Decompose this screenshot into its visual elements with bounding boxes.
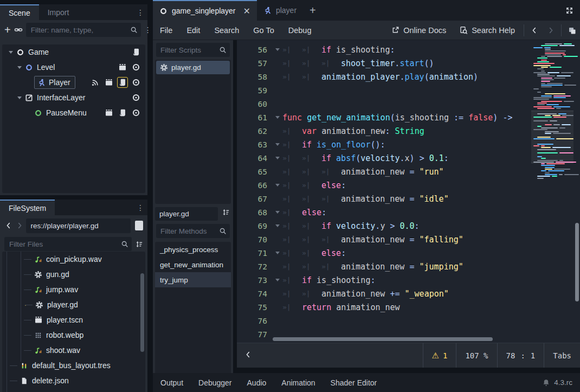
code-line-64[interactable]: 64 »|»|if absf(velocity.x) > 0.1: [237,151,580,165]
code-line-56[interactable]: 56 »|»|if is_shooting: [237,43,580,56]
file-row-coin_pickup.wav[interactable]: coin_pickup.wav [2,252,145,267]
scene-tab-game_singleplayer[interactable]: game_singleplayer✕ [153,0,257,21]
code-line-72[interactable]: 72 »|»|»|animation_new = "jumping" [237,260,580,273]
bottom-panel-output[interactable]: Output [160,373,191,392]
saved-scene-icon[interactable] [104,77,114,88]
attached-script-icon[interactable] [117,107,128,118]
visibility-toggle-eye-icon[interactable] [131,62,141,73]
code-area[interactable]: 56 »|»|if is_shooting: 57 »|»|»|shoot_ti… [237,40,580,343]
code-line-65[interactable]: 65 »|»|»|animation_new = "run" [237,165,580,178]
code-line-71[interactable]: 71 »|»|else: [237,246,580,260]
code-line-61[interactable]: 61 func get_new_animation(is_shooting :=… [237,111,580,124]
node-rename-field[interactable]: Player [34,76,75,89]
menu-go-to[interactable]: Go To [246,21,281,40]
current-script-field[interactable]: player.gd [155,207,218,221]
file-tree-scrollbar[interactable] [140,273,144,352]
search-help-button[interactable]: Search Help [453,21,521,40]
code-line-75[interactable]: 75 »|return animation_new [237,300,580,314]
tab-import[interactable]: Import [39,4,78,20]
toggle-split-mode-button[interactable] [135,221,143,230]
file-row-jump.wav[interactable]: jump.wav [2,282,145,297]
online-docs-button[interactable]: Online Docs [385,21,453,40]
fold-arrow-icon[interactable] [275,211,280,214]
saved-scene-icon[interactable] [117,62,128,73]
menu-edit[interactable]: Edit [179,21,207,40]
notification-bell-icon[interactable] [542,378,550,387]
method-item-_physics_process[interactable]: _physics_process [155,242,231,257]
fold-arrow-icon[interactable] [275,143,280,146]
filesystem-menu-icon[interactable]: ⋮ [133,200,147,215]
code-line-58[interactable]: 58 »|»|animation_player.play(animation) [237,70,580,83]
close-tab-icon[interactable]: ✕ [243,6,250,16]
visibility-toggle-eye-icon[interactable] [131,92,141,103]
visibility-toggle-eye-icon[interactable] [131,107,141,118]
scene-dock-menu-icon[interactable]: ⋮ [133,4,147,20]
code-line-62[interactable]: 62 »|var animation_new: String [237,124,580,138]
float-panel-icon[interactable] [564,21,580,40]
code-line-57[interactable]: 57 »|»|»|shoot_timer.start() [237,56,580,70]
menu-file[interactable]: File [153,21,179,40]
attached-script-icon[interactable] [131,47,141,57]
minimap-viewport[interactable] [531,111,573,163]
attached-script-icon[interactable] [117,77,128,88]
file-row-shoot.wav[interactable]: shoot.wav [2,343,145,358]
code-line-69[interactable]: 69 »|»|if velocity.y > 0.0: [237,219,580,233]
distraction-free-mode-button[interactable] [559,0,580,21]
code-line-70[interactable]: 70 »|»|»|animation_new = "falling" [237,233,580,246]
code-line-73[interactable]: 73 »|if is_shooting: [237,273,580,287]
new-scene-tab-button[interactable]: + [303,0,323,21]
file-row-player.gd[interactable]: player.gd [2,297,145,312]
fold-arrow-icon[interactable] [275,252,280,254]
file-sort-icon[interactable] [135,240,143,248]
collapse-panel-button[interactable] [237,351,260,360]
scene-tree-menu-icon[interactable]: ⋮ [144,25,152,34]
horizontal-scrollbar-thumb[interactable] [273,337,493,341]
file-row-delete.json[interactable]: delete.json [2,373,145,388]
scene-tree-row-level[interactable]: Level [2,60,145,75]
file-row-player.tscn[interactable]: player.tscn [2,312,145,327]
menu-search[interactable]: Search [207,21,246,40]
scene-tree-row-pausemenu[interactable]: PauseMenu [2,105,145,120]
saved-scene-icon[interactable] [104,107,114,118]
script-forward-button[interactable] [543,21,559,40]
file-row-default_bus_layout.tres[interactable]: default_bus_layout.tres [2,358,145,373]
menu-debug[interactable]: Debug [281,21,319,40]
scene-tab-player[interactable]: player [257,0,303,21]
expand-chevron-icon[interactable] [9,51,13,54]
tab-scene[interactable]: Scene [0,4,39,20]
zoom-indicator[interactable]: 107 % [456,343,497,368]
scene-tree-row-interfacelayer[interactable]: InterfaceLayer [2,90,145,105]
fold-arrow-icon[interactable] [275,48,280,51]
bottom-panel-audio[interactable]: Audio [240,373,274,392]
method-item-get_new_animation[interactable]: get_new_animation [155,257,231,272]
method-item-try_jump[interactable]: try_jump [155,272,231,287]
bottom-panel-animation[interactable]: Animation [274,373,323,392]
code-line-59[interactable]: 59 [237,83,580,97]
script-back-button[interactable] [526,21,543,40]
code-line-76[interactable]: 76 [237,314,580,327]
code-line-66[interactable]: 66 »|»|else: [237,178,580,192]
warnings-indicator[interactable]: ⚠ 1 [423,343,456,368]
instance-scene-button[interactable] [14,23,23,36]
code-editor[interactable]: 56 »|»|if is_shooting: 57 »|»|»|shoot_ti… [237,40,580,343]
fold-arrow-icon[interactable] [275,279,280,281]
bottom-panel-debugger[interactable]: Debugger [191,373,240,392]
signal-connection-icon[interactable] [90,77,101,88]
code-line-67[interactable]: 67 »|»|»|animation_new = "idle" [237,192,580,205]
vertical-scrollbar[interactable] [574,40,579,343]
resource-path-field[interactable] [26,219,131,233]
code-minimap[interactable] [531,40,573,343]
fold-arrow-icon[interactable] [275,116,280,119]
scene-tree-row-game[interactable]: Game [2,44,145,60]
fold-arrow-icon[interactable] [275,157,280,159]
fold-arrow-icon[interactable] [275,224,280,227]
add-node-button[interactable]: + [4,23,11,36]
bottom-panel-shader-editor[interactable]: Shader Editor [323,373,385,392]
expand-chevron-icon[interactable] [17,66,22,69]
scene-tree-row-player[interactable]: Player [2,75,145,90]
code-line-60[interactable]: 60 [237,97,580,111]
code-line-74[interactable]: 74 »|»|animation_new += "_weapon" [237,287,580,300]
script-item-player.gd[interactable]: player.gd [156,61,230,74]
horizontal-scrollbar[interactable] [273,337,529,342]
indent-mode-indicator[interactable]: Tabs [544,343,580,368]
